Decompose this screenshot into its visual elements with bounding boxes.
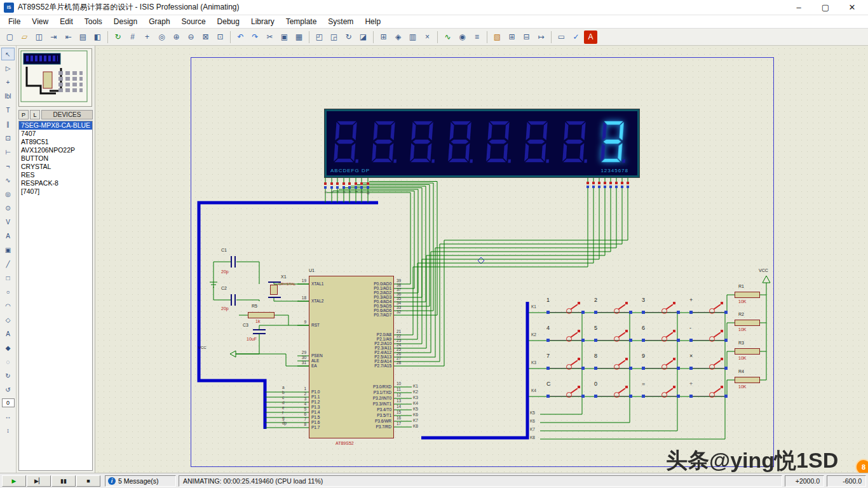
bus-mode-icon[interactable]: ∥ bbox=[1, 118, 15, 130]
open-folder-icon[interactable]: ▱ bbox=[18, 30, 31, 44]
origin-icon[interactable]: + bbox=[140, 30, 154, 44]
arc-2d-icon[interactable]: ◠ bbox=[1, 299, 15, 312]
netlist-to-ares-icon[interactable]: A bbox=[584, 30, 597, 44]
step-button[interactable]: ▶▏ bbox=[27, 475, 51, 487]
junction-dot-icon[interactable]: + bbox=[1, 76, 15, 88]
import-section-icon[interactable]: ⇥ bbox=[47, 30, 60, 44]
line-2d-icon[interactable]: ╱ bbox=[1, 257, 15, 270]
menu-file[interactable]: File bbox=[3, 16, 26, 27]
export-section-icon[interactable]: ⇤ bbox=[62, 30, 75, 44]
device-item[interactable]: RESPACK-8 bbox=[19, 179, 92, 187]
resistor-R4[interactable] bbox=[735, 377, 760, 383]
new-document-icon[interactable]: ▢ bbox=[3, 30, 17, 44]
schematic-canvas[interactable]: ABCDEFG DP 12345678 头条@ying悦1SD 8 abcdef… bbox=[95, 46, 868, 473]
device-item[interactable]: AVX1206NPO22P bbox=[19, 146, 92, 154]
make-device-icon[interactable]: ◈ bbox=[391, 30, 405, 44]
zoom-in-icon[interactable]: ⊕ bbox=[170, 30, 183, 44]
undo-icon[interactable]: ↶ bbox=[234, 30, 247, 44]
resistor-R3[interactable] bbox=[735, 348, 760, 355]
seven-segment-display[interactable]: ABCDEFG DP 12345678 bbox=[325, 109, 639, 177]
print-icon[interactable]: ▤ bbox=[76, 30, 90, 44]
block-move-icon[interactable]: ◲ bbox=[327, 30, 341, 44]
redraw-icon[interactable]: ↻ bbox=[111, 30, 125, 44]
selection-pointer-icon[interactable]: ↖ bbox=[1, 48, 15, 60]
crystal-x1[interactable] bbox=[270, 285, 278, 295]
zoom-all-icon[interactable]: ⊠ bbox=[199, 30, 212, 44]
keypad-button-+[interactable]: + bbox=[688, 299, 729, 318]
subcircuit-icon[interactable]: ⊡ bbox=[1, 132, 15, 144]
resistor-r5[interactable] bbox=[248, 312, 275, 318]
rotate-ccw-icon[interactable]: ↺ bbox=[1, 383, 15, 396]
keypad-button-6[interactable]: 6 bbox=[641, 327, 681, 346]
keypad-button-C[interactable]: C bbox=[545, 383, 586, 402]
property-assignment-icon[interactable]: ≡ bbox=[470, 30, 484, 44]
menu-design[interactable]: Design bbox=[108, 16, 143, 27]
keypad-button-÷[interactable]: ÷ bbox=[688, 383, 729, 402]
marker-2d-icon[interactable]: ◌ bbox=[1, 355, 15, 368]
keypad-button-9[interactable]: 9 bbox=[641, 355, 681, 374]
resistor-R2[interactable] bbox=[735, 320, 760, 326]
bill-of-materials-icon[interactable]: ▭ bbox=[555, 30, 568, 44]
save-icon[interactable]: ◫ bbox=[32, 30, 46, 44]
menu-help[interactable]: Help bbox=[359, 16, 386, 27]
graph-mode-icon[interactable]: ∿ bbox=[1, 173, 15, 186]
keypad-button-×[interactable]: × bbox=[688, 355, 729, 374]
keypad-button-2[interactable]: 2 bbox=[593, 299, 634, 318]
device-item[interactable]: AT89C51 bbox=[19, 138, 92, 146]
rotation-angle-display[interactable]: 0 bbox=[2, 398, 15, 407]
schematic-preview[interactable] bbox=[18, 48, 92, 107]
library-button[interactable]: L bbox=[30, 110, 40, 119]
terminal-mode-icon[interactable]: ⊢ bbox=[1, 146, 15, 158]
resistor-R1[interactable] bbox=[735, 292, 760, 298]
keypad-button-=[interactable]: = bbox=[641, 383, 681, 402]
device-item[interactable]: 7407 bbox=[19, 130, 92, 138]
menu-source[interactable]: Source bbox=[176, 16, 212, 27]
keypad-button-3[interactable]: 3 bbox=[641, 299, 681, 318]
close-button[interactable]: ✕ bbox=[839, 1, 865, 15]
zoom-out-icon[interactable]: ⊖ bbox=[184, 30, 198, 44]
paste-icon[interactable]: ▦ bbox=[292, 30, 306, 44]
v-mirror-icon[interactable]: ↕ bbox=[1, 424, 15, 437]
electrical-rule-check-icon[interactable]: ✓ bbox=[569, 30, 583, 44]
keypad-button--[interactable]: - bbox=[688, 327, 729, 346]
pick-device-icon[interactable]: ⊞ bbox=[377, 30, 390, 44]
grid-toggle-icon[interactable]: # bbox=[126, 30, 139, 44]
device-pin-icon[interactable]: ¬ bbox=[1, 159, 15, 172]
design-explorer-icon[interactable]: ▧ bbox=[491, 30, 504, 44]
wire-label-icon[interactable]: lbl bbox=[1, 90, 15, 102]
play-button[interactable]: ▶ bbox=[2, 475, 26, 487]
search-tag-icon[interactable]: ◉ bbox=[456, 30, 469, 44]
keypad-button-4[interactable]: 4 bbox=[545, 327, 586, 346]
device-item[interactable]: BUTTON bbox=[19, 154, 92, 163]
zoom-area-icon[interactable]: ⊡ bbox=[214, 30, 227, 44]
cut-icon[interactable]: ✂ bbox=[263, 30, 276, 44]
remove-sheet-icon[interactable]: ⊟ bbox=[520, 30, 533, 44]
new-sheet-icon[interactable]: ⊞ bbox=[505, 30, 519, 44]
component-mode-icon[interactable]: ▷ bbox=[1, 62, 15, 74]
keypad-button-1[interactable]: 1 bbox=[545, 299, 586, 318]
rotate-cw-icon[interactable]: ↻ bbox=[1, 369, 15, 382]
h-mirror-icon[interactable]: ↔ bbox=[1, 410, 15, 423]
mark-output-area-icon[interactable]: ◧ bbox=[91, 30, 104, 44]
keypad-button-5[interactable]: 5 bbox=[593, 327, 634, 346]
goto-sheet-icon[interactable]: ↦ bbox=[534, 30, 548, 44]
floating-badge[interactable]: 8 bbox=[855, 459, 868, 473]
copy-icon[interactable]: ▣ bbox=[278, 30, 291, 44]
menu-debug[interactable]: Debug bbox=[212, 16, 245, 27]
block-delete-icon[interactable]: ◪ bbox=[356, 30, 370, 44]
virtual-instrument-icon[interactable]: ▣ bbox=[1, 243, 15, 256]
text-2d-icon[interactable]: A bbox=[1, 327, 15, 340]
packaging-tool-icon[interactable]: ▥ bbox=[406, 30, 419, 44]
menu-tools[interactable]: Tools bbox=[79, 16, 108, 27]
box-2d-icon[interactable]: □ bbox=[1, 271, 15, 284]
decompose-icon[interactable]: × bbox=[421, 30, 434, 44]
symbol-2d-icon[interactable]: ◆ bbox=[1, 341, 15, 354]
keypad-button-7[interactable]: 7 bbox=[545, 355, 586, 374]
device-item[interactable]: 7SEG-MPX8-CA-BLUE bbox=[19, 121, 92, 130]
device-item[interactable]: [7407] bbox=[19, 187, 92, 196]
keypad-button-8[interactable]: 8 bbox=[593, 355, 634, 374]
redo-icon[interactable]: ↷ bbox=[248, 30, 262, 44]
circle-2d-icon[interactable]: ○ bbox=[1, 285, 15, 298]
block-rotate-icon[interactable]: ↻ bbox=[342, 30, 355, 44]
pan-icon[interactable]: ◎ bbox=[155, 30, 168, 44]
